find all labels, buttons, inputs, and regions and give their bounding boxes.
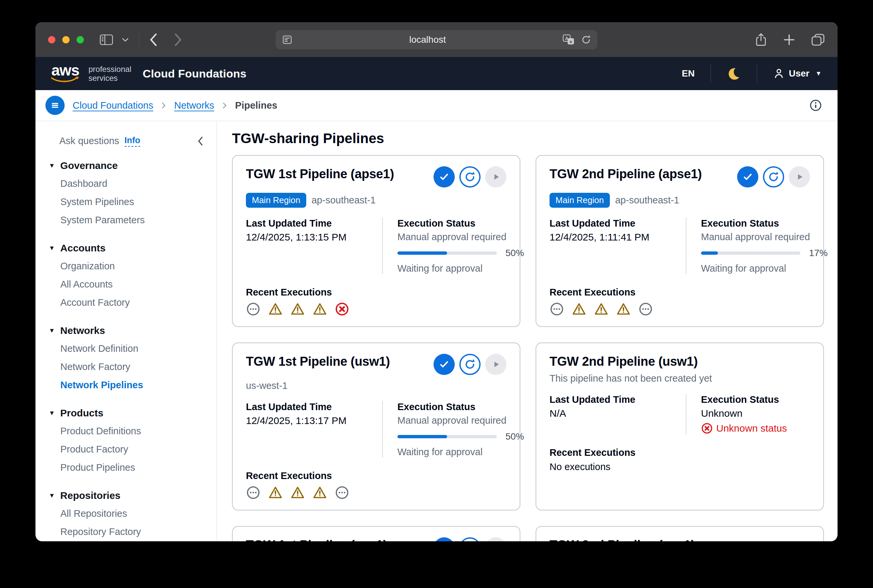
refresh-button[interactable] (459, 537, 481, 541)
refresh-icon (464, 171, 476, 183)
play-button[interactable] (485, 354, 506, 375)
nav-section-header[interactable]: ▼Repositories (49, 490, 206, 501)
execution-warning-icon[interactable] (313, 302, 327, 316)
execution-warning-icon[interactable] (268, 302, 283, 316)
aws-logo-text: aws (51, 64, 79, 77)
logo-subtitle: professional services (89, 64, 131, 82)
nav-section-products: ▼Products Product Definitions Product Fa… (49, 408, 206, 477)
close-window-button[interactable] (48, 36, 56, 44)
recent-executions-label: Recent Executions (550, 286, 810, 298)
approve-button[interactable] (434, 537, 455, 541)
theme-toggle-moon-icon[interactable] (725, 66, 743, 81)
execution-status-value: Manual approval required (397, 231, 524, 243)
sidebar-item-network-pipelines[interactable]: Network Pipelines (49, 376, 206, 394)
approve-button[interactable] (434, 354, 455, 375)
page-title: TGW-sharing Pipelines (232, 130, 824, 146)
progress-bar (397, 435, 497, 438)
tab-overview-icon[interactable] (811, 33, 825, 46)
progress-percent: 50% (505, 431, 524, 442)
sidebar-item-product-pipelines[interactable]: Product Pipelines (49, 459, 206, 477)
new-tab-icon[interactable] (783, 33, 796, 46)
pipeline-card-tgw2-ape1: TGW 2nd Pipeline (ape1) This pipeline ha… (536, 526, 824, 541)
collapse-sidebar-icon[interactable] (194, 136, 206, 146)
chevron-right-icon (159, 101, 168, 110)
sidebar-item-organization[interactable]: Organization (49, 257, 206, 275)
execution-in-progress-icon[interactable] (335, 485, 349, 500)
execution-note: Waiting for approval (397, 447, 524, 458)
sidebar-item-product-definitions[interactable]: Product Definitions (49, 422, 206, 440)
nav-section-header[interactable]: ▼Accounts (49, 243, 206, 254)
sidebar-item-network-definition[interactable]: Network Definition (49, 339, 206, 358)
sidebar-item-dashboard[interactable]: Dashboard (49, 175, 206, 193)
not-created-message: This pipeline has not been created yet (550, 373, 810, 384)
user-menu[interactable]: User ▼ (771, 67, 823, 80)
breadcrumb-link-cloud-foundations[interactable]: Cloud Foundations (72, 100, 153, 111)
share-icon[interactable] (755, 32, 767, 47)
chevron-down-icon[interactable] (122, 38, 129, 42)
approve-button[interactable] (737, 166, 758, 188)
sidebar-item-product-factory[interactable]: Product Factory (49, 440, 206, 459)
warning-icon (572, 302, 586, 316)
execution-warning-icon[interactable] (290, 302, 305, 316)
execution-in-progress-icon[interactable] (639, 302, 653, 316)
aws-logo[interactable]: aws professional services (50, 64, 131, 84)
check-icon (438, 171, 450, 183)
triangle-down-icon: ▼ (49, 244, 55, 252)
minimize-window-button[interactable] (62, 36, 70, 44)
refresh-button[interactable] (763, 166, 784, 188)
sidebar-item-network-factory[interactable]: Network Factory (49, 358, 206, 376)
play-button[interactable] (789, 166, 810, 188)
execution-warning-icon[interactable] (572, 302, 586, 316)
execution-note: Waiting for approval (397, 263, 524, 274)
error-status-text: Unknown status (716, 423, 787, 434)
sidebar-item-repository-factory[interactable]: Repository Factory (49, 523, 206, 541)
execution-in-progress-icon[interactable] (246, 302, 260, 316)
sidebar-item-account-factory[interactable]: Account Factory (49, 294, 206, 312)
forward-icon[interactable] (174, 33, 182, 47)
last-updated-label: Last Updated Time (550, 394, 686, 405)
in-progress-icon (246, 485, 260, 500)
execution-warning-icon[interactable] (268, 485, 283, 500)
warning-icon (268, 302, 283, 316)
nav-section-header[interactable]: ▼Products (49, 408, 206, 419)
triangle-down-icon: ▼ (49, 492, 55, 499)
sidebar-item-system-parameters[interactable]: System Parameters (49, 211, 206, 229)
play-button[interactable] (485, 166, 506, 188)
execution-warning-icon[interactable] (594, 302, 609, 316)
page-settings-icon[interactable] (282, 34, 293, 45)
play-button[interactable] (485, 537, 506, 541)
hamburger-menu-button[interactable] (45, 96, 65, 115)
sidebar-item-all-repositories[interactable]: All Repositories (49, 504, 206, 523)
refresh-button[interactable] (459, 166, 481, 188)
execution-warning-icon[interactable] (616, 302, 631, 316)
nav-section-header[interactable]: ▼Governance (49, 160, 206, 171)
execution-failed-icon[interactable] (335, 302, 349, 316)
sidebar-toggle-icon[interactable] (100, 34, 113, 45)
sidebar-item-all-accounts[interactable]: All Accounts (49, 275, 206, 294)
recent-executions-icons (550, 302, 810, 316)
zoom-window-button[interactable] (77, 36, 84, 44)
execution-warning-icon[interactable] (290, 485, 305, 500)
address-bar[interactable]: localhost Ax (276, 30, 598, 50)
approve-button[interactable] (434, 166, 455, 188)
execution-warning-icon[interactable] (313, 485, 327, 500)
breadcrumb-bar: Cloud Foundations Networks Pipelines (36, 90, 837, 121)
main-region-badge: Main Region (550, 193, 610, 208)
reload-icon[interactable] (581, 34, 592, 45)
info-icon[interactable] (807, 98, 824, 112)
execution-in-progress-icon[interactable] (246, 485, 260, 500)
info-link[interactable]: Info (125, 135, 141, 147)
toolbar-divider (139, 33, 139, 46)
language-selector[interactable]: EN (680, 68, 697, 79)
breadcrumb-link-networks[interactable]: Networks (174, 100, 214, 111)
back-icon[interactable] (149, 33, 158, 47)
translate-icon[interactable]: Ax (562, 34, 575, 45)
svg-text:x: x (569, 39, 572, 44)
user-icon (773, 68, 785, 80)
ask-questions-label: Ask questions (59, 135, 119, 146)
refresh-button[interactable] (459, 354, 481, 375)
warning-icon (313, 302, 327, 316)
nav-section-header[interactable]: ▼Networks (49, 325, 206, 336)
execution-in-progress-icon[interactable] (550, 302, 564, 316)
sidebar-item-system-pipelines[interactable]: System Pipelines (49, 193, 206, 211)
